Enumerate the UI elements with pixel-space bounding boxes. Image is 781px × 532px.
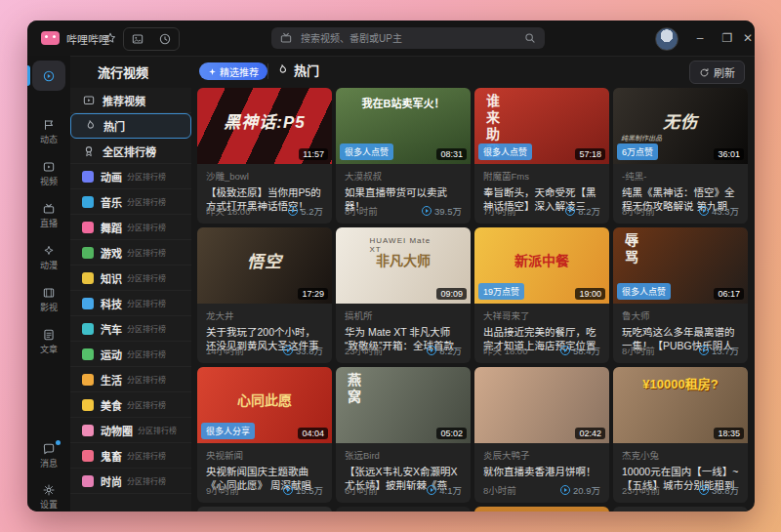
video-card[interactable]: 无伤 纯黑制作出品 6万点赞 36:01 -纯黑- 纯黑《黑神话：悟空》全程无伤…	[613, 88, 748, 224]
category-icon	[82, 298, 94, 309]
video-card[interactable]: 02:42 炎辰大鸭子 就你直播卖香港月饼啊！ 8小时前 20.9万	[474, 367, 609, 503]
tab-hot-label: 热门	[294, 61, 319, 79]
category-label: 时尚	[101, 473, 122, 489]
rail-label: 设置	[27, 498, 70, 511]
category-item-animals[interactable]: 动物圈分区排行榜	[70, 418, 191, 443]
uploader-name[interactable]: 大祥哥来了	[483, 308, 600, 322]
view-count-text: 8.2万	[578, 204, 600, 218]
uploader-name[interactable]: 附魔菌Fms	[483, 169, 600, 183]
user-avatar[interactable]	[655, 27, 678, 51]
thumbnail-overlay-text: 燕窝	[344, 373, 363, 406]
play-count-icon	[283, 485, 293, 495]
featured-recommend-button[interactable]: 精选推荐	[199, 62, 267, 80]
like-badge: 19万点赞	[478, 283, 524, 300]
rail-item-messages[interactable]: 消息	[27, 442, 70, 479]
video-card[interactable]: 我在B站卖军火！ 很多人点赞 08:31 大漠叔叔 如果直播带货可以卖武器！ 8…	[336, 88, 471, 224]
category-item-dance[interactable]: 舞蹈分区排行榜	[70, 215, 191, 240]
video-card[interactable]: ¥10000租房? 18:35 杰克小兔 10000元在国内【一线】~【五线】城…	[613, 367, 748, 503]
video-card[interactable]: HUAWEI Mate XT 非凡大师 09:09 搞机所 华为 Mate XT…	[336, 227, 471, 363]
video-card[interactable]: 心同此愿 很多人分享 04:04 央视新闻 央视新闻国庆主题歌曲《心同此愿》 周…	[197, 367, 332, 503]
thumbnail-overlay-text: 新派中餐	[514, 250, 569, 269]
category-item-hot[interactable]: 热门	[70, 113, 191, 139]
rail-item-anime[interactable]: 动漫	[27, 244, 70, 281]
uploader-name[interactable]: 鲁大师	[622, 308, 739, 322]
category-item-cars[interactable]: 汽车分区排行榜	[70, 316, 191, 342]
category-item-knowledge[interactable]: 知识分区排行榜	[70, 266, 191, 291]
rail-item-video[interactable]: 视频	[27, 160, 70, 197]
search-bar[interactable]	[271, 27, 545, 49]
publish-time: 8小时前	[345, 204, 378, 218]
uploader-name[interactable]: 龙大井	[206, 308, 323, 322]
uploader-name[interactable]: -纯黑-	[622, 169, 739, 183]
category-item-rankings[interactable]: 全区排行榜	[70, 139, 191, 164]
category-suffix: 分区排行榜	[127, 450, 166, 461]
history-icon[interactable]	[158, 32, 172, 46]
category-item-animation[interactable]: 动画分区排行榜	[70, 164, 191, 189]
view-count: 58.4万	[560, 344, 600, 357]
duration-badge: 11:57	[299, 148, 328, 160]
category-item-life[interactable]: 生活分区排行榜	[70, 367, 191, 392]
video-card[interactable]: 黑神话:P5 11:57 沙雕_bowl 【极致还原】当你用P5的方式打开黑神话…	[197, 88, 332, 224]
uploader-name[interactable]: 央视新闻	[206, 448, 323, 462]
category-item-food[interactable]: 美食分区排行榜	[70, 392, 191, 418]
category-label: 推荐视频	[103, 93, 145, 108]
video-card[interactable]: 辱骂 很多人点赞 06:17 鲁大师 玩吃鸡这么多年最离谱的一集！【PUBG快乐…	[613, 227, 748, 363]
uploader-name[interactable]: 大漠叔叔	[345, 169, 462, 183]
rail-item-movies[interactable]: 影视	[27, 286, 70, 323]
video-card[interactable]: 悟空 17:29 龙大井 关于我玩了200个小时，还没见到黄风大圣这件事《马喽传…	[197, 227, 332, 363]
duration-badge: 02:42	[575, 428, 605, 439]
video-thumbnail: 我在B站卖军火！ 很多人点赞 08:31	[336, 88, 471, 164]
uploader-name[interactable]: 沙雕_bowl	[206, 169, 323, 183]
duration-badge: 19:00	[575, 288, 605, 300]
rail-item-articles[interactable]: 文章	[27, 328, 70, 365]
thumbnail-overlay-subtext: 纯黑制作出品	[621, 133, 662, 143]
search-icon[interactable]	[523, 31, 537, 45]
category-item-sports[interactable]: 运动分区排行榜	[70, 342, 191, 367]
uploader-name[interactable]: 炎辰大鸭子	[483, 448, 600, 462]
favorites-star-icon[interactable]	[100, 28, 121, 48]
video-grid: 黑神话:P5 11:57 沙雕_bowl 【极致还原】当你用P5的方式打开黑神话…	[197, 88, 748, 512]
like-badge: 很多人点赞	[340, 143, 393, 160]
tab-hot[interactable]: 热门	[275, 61, 319, 79]
thumbnail-overlay-text: 心同此愿	[237, 389, 292, 409]
category-item-recommended[interactable]: 推荐视频	[70, 88, 191, 113]
category-item-music[interactable]: 音乐分区排行榜	[70, 189, 191, 215]
publish-time: 8小时前	[483, 483, 516, 497]
category-item-kichiku[interactable]: 鬼畜分区排行榜	[70, 443, 191, 469]
video-card[interactable]: 新派中餐 19万点赞 19:00 大祥哥来了 出品接近完美的餐厅，吃完才知道上海…	[474, 227, 609, 363]
category-label: 鬼畜	[101, 448, 122, 464]
screenshot-icon[interactable]	[131, 32, 144, 46]
refresh-button[interactable]: 刷新	[689, 61, 745, 84]
uploader-name[interactable]: 搞机所	[345, 308, 462, 322]
rail-item-dynamics[interactable]: 动态	[27, 118, 70, 155]
video-thumbnail: 心同此愿 很多人分享 04:04	[197, 367, 332, 443]
rail-item-settings[interactable]: 设置	[27, 483, 70, 512]
category-item-fashion[interactable]: 时尚分区排行榜	[70, 469, 191, 494]
rail-item-popular[interactable]	[32, 61, 65, 91]
minimize-button[interactable]: –	[689, 28, 711, 48]
video-thumbnail: 燕窝 05:02	[336, 367, 471, 443]
maximize-button[interactable]: ❐	[717, 28, 738, 48]
video-card[interactable]: 谁来助我 很多人点赞 57:18 附魔菌Fms 奉旨断头，天命受死【黑神话悟空】…	[474, 88, 609, 224]
uploader-name[interactable]: 杰克小兔	[622, 448, 739, 462]
view-count-text: 5.2万	[301, 204, 323, 218]
video-thumbnail: 辱骂 很多人点赞 06:17	[613, 227, 748, 304]
view-count: 4.1万	[427, 483, 462, 497]
category-item-games[interactable]: 游戏分区排行榜	[70, 240, 191, 266]
rail-item-live[interactable]: 直播	[27, 202, 70, 239]
category-item-tech[interactable]: 科技分区排行榜	[70, 291, 191, 316]
search-input[interactable]	[299, 32, 517, 45]
app-window: 哔哩哔哩 – ❐ ✕ 动态 视频	[27, 20, 755, 512]
rail-label: 消息	[27, 457, 70, 470]
thumbnail-overlay-text: 黑神话:P5	[224, 107, 305, 132]
play-count-icon	[699, 346, 709, 355]
duration-badge: 06:17	[714, 288, 744, 300]
uploader-name[interactable]: 张远Bird	[345, 448, 462, 462]
close-button[interactable]: ✕	[737, 28, 755, 48]
duration-badge: 17:29	[298, 288, 328, 300]
category-label: 动物圈	[101, 423, 133, 438]
category-icon	[82, 450, 94, 462]
category-label: 生活	[101, 372, 122, 388]
view-count: 39.5万	[422, 204, 462, 218]
video-card[interactable]: 燕窝 05:02 张远Bird 【张远X韦礼安X俞灏明X尤长靖】披荆斩棘《燕窝》…	[336, 367, 471, 503]
